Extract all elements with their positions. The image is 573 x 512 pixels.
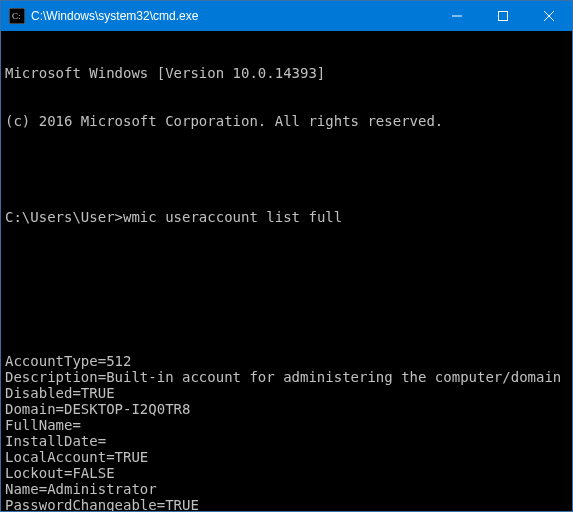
account-field-domain: Domain=DESKTOP-I2Q0TR8 bbox=[5, 401, 568, 417]
minimize-button[interactable] bbox=[434, 1, 480, 31]
account-field-accounttype: AccountType=512 bbox=[5, 353, 568, 369]
account-field-disabled: Disabled=TRUE bbox=[5, 385, 568, 401]
close-button[interactable] bbox=[526, 1, 572, 31]
window-controls bbox=[434, 1, 572, 31]
cmd-window: C: C:\Windows\system32\cmd.exe Microsoft… bbox=[0, 0, 573, 512]
terminal-content[interactable]: Microsoft Windows [Version 10.0.14393] (… bbox=[1, 31, 572, 511]
account-field-passwordchangeable: PasswordChangeable=TRUE bbox=[5, 497, 568, 511]
svg-text:C:: C: bbox=[12, 11, 21, 21]
account-field-lockout: Lockout=FALSE bbox=[5, 465, 568, 481]
prompt-cwd: C:\Users\User> bbox=[5, 209, 123, 225]
banner-line: Microsoft Windows [Version 10.0.14393] bbox=[5, 65, 568, 81]
account-field-fullname: FullName= bbox=[5, 417, 568, 433]
blank-line bbox=[5, 305, 568, 321]
account-field-description: Description=Built-in account for adminis… bbox=[5, 369, 568, 385]
blank-line bbox=[5, 161, 568, 177]
maximize-button[interactable] bbox=[480, 1, 526, 31]
window-title: C:\Windows\system32\cmd.exe bbox=[31, 9, 434, 23]
prompt-command: wmic useraccount list full bbox=[123, 209, 342, 225]
account-field-localaccount: LocalAccount=TRUE bbox=[5, 449, 568, 465]
banner-line: (c) 2016 Microsoft Corporation. All righ… bbox=[5, 113, 568, 129]
titlebar[interactable]: C: C:\Windows\system32\cmd.exe bbox=[1, 1, 572, 31]
account-field-installdate: InstallDate= bbox=[5, 433, 568, 449]
account-block-0: AccountType=512Description=Built-in acco… bbox=[5, 353, 568, 511]
cmd-icon: C: bbox=[9, 8, 25, 24]
svg-rect-4 bbox=[499, 12, 508, 21]
prompt-line: C:\Users\User>wmic useraccount list full bbox=[5, 209, 568, 225]
blank-line bbox=[5, 257, 568, 273]
account-field-name: Name=Administrator bbox=[5, 481, 568, 497]
